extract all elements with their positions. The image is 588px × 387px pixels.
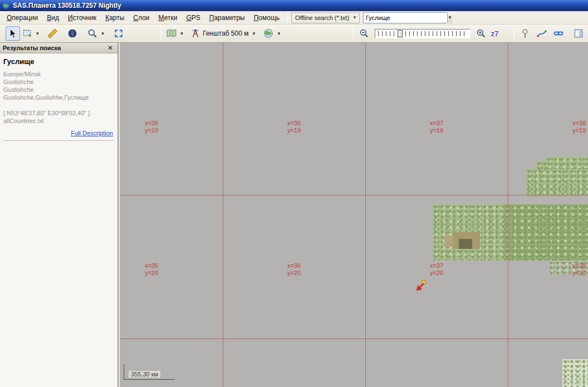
grid-line <box>365 43 366 387</box>
tile-label: x=36y=19 <box>287 120 301 134</box>
map-viewport[interactable]: x=35y=19 x=36y=19 x=37y=19 x=38y=19 x=35… <box>120 43 588 387</box>
selection-rect-icon <box>22 28 32 38</box>
panel-toggle-icon <box>574 28 584 38</box>
route-icon <box>537 28 547 38</box>
result-alt-name: Guslishche <box>3 86 114 94</box>
chain-link-icon <box>553 28 564 38</box>
magnifier-icon <box>87 28 97 38</box>
tile-label: x=38y=20 <box>572 262 586 277</box>
result-source-file: allCountries.txt <box>3 117 114 125</box>
zoom-in-button[interactable] <box>474 26 488 41</box>
grid-line <box>120 195 588 195</box>
search-results-panel: Результаты поиска ✕ Гуслище Europe/Minsk… <box>0 43 119 387</box>
zoom-slider[interactable] <box>375 29 471 38</box>
globe-tool-button[interactable] <box>65 26 80 41</box>
globe-icon <box>67 28 77 38</box>
placemark-pin-icon <box>520 28 530 38</box>
ruler-icon <box>47 28 57 38</box>
window-title: SAS.Планета 130518.7257 Nightly <box>13 2 121 9</box>
tile-label: x=38y=19 <box>572 120 586 134</box>
grid-line <box>508 43 508 387</box>
menu-help[interactable]: Помощь <box>249 12 284 23</box>
menu-separator <box>287 13 288 23</box>
panel-toggle-button[interactable] <box>571 26 586 41</box>
menu-operations[interactable]: Операции <box>2 12 42 23</box>
scale-indicator: 355,30 км <box>124 364 175 380</box>
cursor-icon <box>8 28 18 38</box>
magnifier-tool-button[interactable] <box>85 26 100 41</box>
active-map-button[interactable]: Генштаб 500 м ▼ <box>188 26 259 41</box>
title-bar: SAS.Планета 130518.7257 Nightly <box>0 0 588 11</box>
menu-source[interactable]: Источник <box>63 12 101 23</box>
tile-label: x=37y=20 <box>430 262 443 277</box>
route-search-button[interactable] <box>535 26 549 41</box>
layers-globe-icon <box>263 28 273 38</box>
panel-divider <box>3 140 114 141</box>
tile-label: x=35y=20 <box>145 262 158 277</box>
layers-button[interactable] <box>261 26 276 41</box>
layers-dropdown-arrow[interactable]: ▼ <box>276 26 282 41</box>
offline-search-label: Offline search (*.txt) <box>295 14 349 21</box>
satellite-field-tile <box>459 239 472 249</box>
menu-bar: Операции Вид Источник Карты Слои Метки G… <box>0 11 588 25</box>
satellite-field-tile <box>444 236 453 247</box>
menu-maps[interactable]: Карты <box>101 12 129 23</box>
satellite-tile <box>526 169 588 196</box>
menu-settings[interactable]: Параметры <box>205 12 249 23</box>
selection-dropdown-arrow[interactable]: ▼ <box>35 26 41 41</box>
map-source-button[interactable] <box>164 26 179 41</box>
tile-label: x=37y=19 <box>430 120 443 134</box>
grid-line <box>223 43 223 387</box>
scale-label: 355,30 км <box>129 371 160 378</box>
active-map-dropdown-arrow[interactable]: ▼ <box>251 26 257 41</box>
genshtab-map-icon <box>190 28 200 38</box>
tile-label: x=35y=19 <box>145 120 158 134</box>
magnifier-dropdown-arrow[interactable]: ▼ <box>100 26 106 41</box>
zoom-in-icon <box>476 28 486 38</box>
toolbar-separator <box>514 27 514 40</box>
zoom-out-button[interactable] <box>357 26 371 41</box>
search-dropdown-button[interactable]: ▼ <box>447 13 452 23</box>
link-row: Full Description <box>3 129 113 137</box>
tile-label: x=36y=20 <box>287 262 301 277</box>
menu-view[interactable]: Вид <box>42 12 63 23</box>
grid-line <box>120 339 588 339</box>
search-combobox: ▼ <box>363 12 447 23</box>
menu-placemarks[interactable]: Метки <box>154 12 182 23</box>
menu-layers[interactable]: Слои <box>129 12 154 23</box>
app-icon <box>2 2 10 9</box>
red-arrow-icon <box>414 278 428 294</box>
chevron-down-icon: ▼ <box>352 15 357 20</box>
result-alt-name: Guslishche <box>3 78 114 86</box>
satellite-tile <box>536 161 547 170</box>
main-toolbar: ▼ ▼ ▼ Генштаб 500 м ▼ ▼ z7 <box>0 25 588 43</box>
full-description-link[interactable]: Full Description <box>71 130 113 136</box>
result-name: Гуслище <box>3 57 114 66</box>
toolbar-separator <box>160 27 161 40</box>
panel-body: Гуслище Europe/Minsk Guslishche Guslishc… <box>0 53 117 141</box>
result-region: Europe/Minsk <box>3 70 114 78</box>
fullscreen-icon <box>114 28 124 38</box>
satellite-tile <box>504 204 588 261</box>
search-input[interactable] <box>364 13 447 23</box>
menu-gps[interactable]: GPS <box>182 12 204 23</box>
search-result-marker <box>414 278 428 294</box>
map-icon <box>166 28 177 38</box>
toolbar-separator <box>353 27 354 40</box>
selection-tool-button[interactable] <box>20 26 35 41</box>
placemark-button[interactable] <box>518 26 532 41</box>
offline-search-dropdown[interactable]: Offline search (*.txt) ▼ <box>291 12 360 23</box>
cursor-tool-button[interactable] <box>6 26 20 41</box>
link-button[interactable] <box>551 26 566 41</box>
satellite-tile <box>562 359 588 387</box>
result-alt-name: Guslishche,Guslishhe,Гуслище <box>3 94 114 101</box>
zoom-level-label: z7 <box>491 30 498 38</box>
fullscreen-button[interactable] <box>111 26 126 41</box>
map-source-dropdown-arrow[interactable]: ▼ <box>179 26 185 41</box>
panel-header: Результаты поиска ✕ <box>0 43 117 53</box>
zoom-slider-thumb[interactable] <box>398 30 403 37</box>
close-icon[interactable]: ✕ <box>106 44 115 52</box>
active-map-label: Генштаб 500 м <box>203 30 248 37</box>
result-coordinates: [ N53°48'37,80" E30°08'02,40" ] <box>3 109 114 117</box>
ruler-tool-button[interactable] <box>45 26 60 41</box>
